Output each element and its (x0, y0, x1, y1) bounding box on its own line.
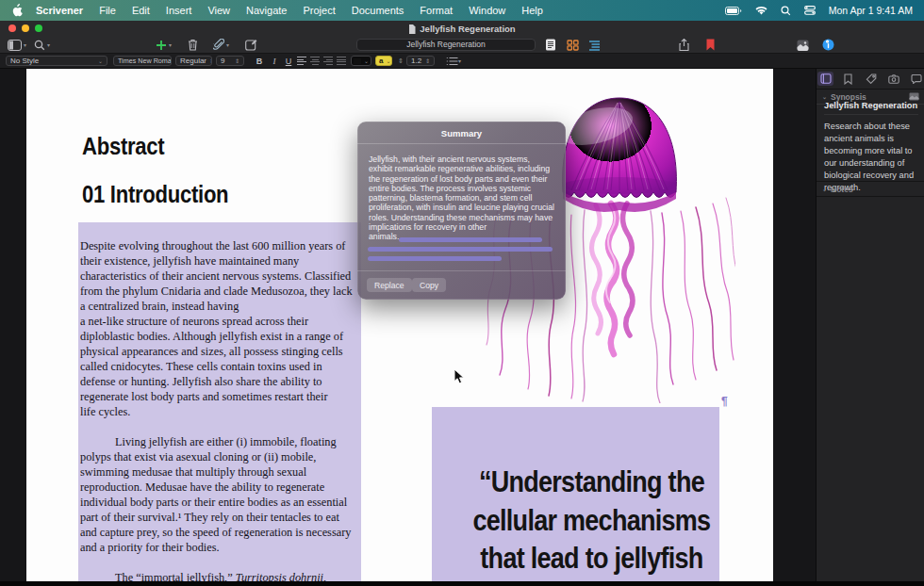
list-format-button[interactable]: ▾ (443, 56, 464, 66)
toolbar: ▾ ▾ ▾ ▾ Jellyfish Regeneration (0, 36, 924, 54)
tab-snapshots-icon[interactable] (885, 72, 901, 86)
view-mode-outline-button[interactable] (588, 39, 601, 51)
screen: Scrivener File Edit Insert View Navigate… (0, 0, 924, 586)
document-heading-abstract: Abstract (82, 133, 164, 160)
menu-items: Scrivener File Edit Insert View Navigate… (36, 5, 543, 16)
menu-item-insert[interactable]: Insert (166, 5, 192, 16)
highlight-color-well[interactable]: a⌄ (375, 56, 392, 66)
menu-item-view[interactable]: View (207, 5, 230, 16)
notes-label: Notes (831, 185, 853, 194)
menu-clock[interactable]: Mon Apr 1 9:41 AM (829, 5, 913, 16)
chevron-down-icon: ▾ (226, 41, 229, 48)
chevron-down-icon: ⌄ (822, 93, 827, 100)
summary-popup-title: Summary (357, 128, 566, 138)
bold-button[interactable]: B (253, 56, 266, 66)
divider (357, 143, 566, 144)
mouse-cursor (454, 368, 465, 385)
apple-icon[interactable] (11, 4, 23, 17)
format-bar: No Style⌄ Times New Roman⌵ Regular⇕ 9⇕ B… (0, 54, 924, 69)
tab-comments-icon[interactable] (908, 72, 924, 86)
document-heading-introduction: 01 Introduction (82, 181, 228, 208)
document-title-field[interactable]: Jellyfish Regeneration (356, 39, 536, 51)
notes-empty-area[interactable] (817, 197, 924, 586)
control-center-icon[interactable] (804, 6, 816, 15)
line-spacing-stepper[interactable]: 1.2⇕ (406, 56, 435, 66)
pull-quote-block[interactable]: “Understanding the cellular mechanisms t… (432, 407, 719, 586)
wifi-icon[interactable] (755, 6, 767, 15)
inspector-panel: ⌄ Synopsis Jellyfish Regeneration Resear… (816, 69, 924, 586)
summary-popup-body: Jellyfish, with their ancient nervous sy… (369, 155, 555, 242)
document-body-text[interactable]: Despite evolving throughout the last 600… (78, 222, 361, 586)
synopsis-title[interactable]: Jellyfish Regeneration (824, 101, 918, 115)
italic-button[interactable]: I (268, 56, 281, 66)
synopsis-label: Synopsis (831, 92, 866, 102)
paragraph: Despite evolving throughout the last 600… (80, 238, 358, 419)
media-preview-icon[interactable] (797, 39, 809, 51)
chevron-down-icon: ▾ (47, 41, 50, 48)
align-center-button[interactable] (309, 56, 321, 66)
tab-metadata-icon[interactable] (863, 72, 879, 86)
binder-toggle-button[interactable]: ▾ (8, 39, 26, 51)
replace-button[interactable]: Replace (367, 278, 412, 292)
align-left-button[interactable] (296, 56, 307, 66)
pilcrow-mark: ¶ (721, 395, 728, 408)
generating-text-bar (399, 237, 542, 242)
add-item-button[interactable]: ▾ (156, 39, 172, 51)
bottom-bar (0, 581, 924, 586)
chevron-down-icon: ⌄ (822, 186, 827, 192)
share-button[interactable] (679, 39, 689, 51)
menu-item-navigate[interactable]: Navigate (246, 5, 287, 16)
trash-button[interactable] (188, 39, 198, 51)
line-height-icon[interactable]: ⇕ (397, 56, 404, 66)
menu-item-window[interactable]: Window (469, 5, 505, 16)
menu-bar: Scrivener File Edit Insert View Navigate… (0, 0, 924, 21)
menu-item-edit[interactable]: Edit (132, 5, 150, 16)
notes-section-header[interactable]: ⌄ Notes (817, 182, 924, 196)
spotlight-search-icon[interactable] (781, 6, 791, 16)
font-size-stepper[interactable]: 9⇕ (216, 56, 244, 66)
tab-bookmarks-icon[interactable] (840, 72, 856, 86)
menu-item-format[interactable]: Format (420, 5, 453, 16)
align-justify-button[interactable] (336, 56, 347, 66)
view-mode-corkboard-button[interactable] (567, 39, 579, 51)
search-button[interactable]: ▾ (34, 39, 50, 51)
window-title-bar: Jellyfish Regeneration (0, 21, 924, 36)
font-select[interactable]: Times New Roman⌵ (113, 56, 172, 66)
chevron-down-icon: ▾ (24, 41, 26, 48)
font-variant-select[interactable]: Regular⇕ (175, 56, 212, 66)
summary-popup: Summary Jellyfish, with their ancient ne… (357, 122, 566, 300)
generating-text-bar (368, 247, 553, 252)
pull-quote-text: “Understanding the cellular mechanisms t… (448, 464, 735, 578)
window-title: Jellyfish Regeneration (0, 24, 924, 34)
bookmark-button[interactable] (706, 39, 715, 51)
tab-notes-icon[interactable] (817, 72, 833, 86)
style-select[interactable]: No Style⌄ (6, 56, 107, 66)
battery-icon[interactable] (725, 7, 742, 15)
menu-item-help[interactable]: Help (521, 5, 543, 16)
align-right-button[interactable] (322, 56, 334, 66)
menu-item-scrivener[interactable]: Scrivener (36, 5, 83, 16)
compose-button[interactable] (245, 39, 257, 51)
menu-item-file[interactable]: File (99, 5, 116, 16)
menu-item-documents[interactable]: Documents (352, 5, 404, 16)
copy-button[interactable]: Copy (412, 278, 446, 292)
divider (357, 270, 566, 271)
paragraph: Living jellyfish are either (i) immobile… (80, 434, 358, 555)
synopsis-image-toggle-icon[interactable] (909, 92, 919, 101)
inspector-tabs (817, 69, 924, 90)
text-color-well[interactable]: ⌄ (351, 56, 371, 66)
chevron-down-icon: ▾ (169, 41, 172, 48)
generating-text-bar (368, 256, 502, 261)
view-mode-document-button[interactable] (545, 39, 556, 51)
menu-item-project[interactable]: Project (303, 5, 335, 16)
paperclip-button[interactable]: ▾ (213, 39, 229, 51)
underline-button[interactable]: U (282, 56, 295, 66)
info-button[interactable] (822, 39, 834, 51)
